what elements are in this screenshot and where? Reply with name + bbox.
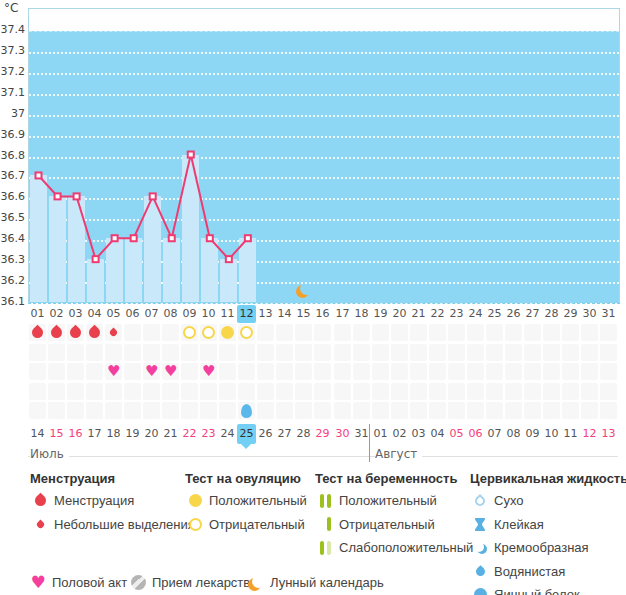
cycle-day-cell[interactable]: 13 <box>256 305 275 323</box>
calendar-date-cell[interactable]: 06 <box>466 424 485 444</box>
calendar-date-cell[interactable]: 15 <box>47 424 66 444</box>
calendar-date-cell[interactable]: 19 <box>123 424 142 444</box>
cycle-day-cell[interactable]: 31 <box>599 305 618 323</box>
cycle-day-cell[interactable]: 16 <box>313 305 332 323</box>
calendar-date-cell[interactable]: 28 <box>294 424 313 444</box>
calendar-date-cell[interactable]: 09 <box>523 424 542 444</box>
calendar-date-cell[interactable]: 11 <box>561 424 580 444</box>
moon-iconbox <box>246 574 266 591</box>
cycle-day-cell[interactable]: 20 <box>390 305 409 323</box>
temperature-point[interactable] <box>112 235 118 241</box>
grid-cell <box>334 344 351 361</box>
cycle-day-cell[interactable]: 24 <box>466 305 485 323</box>
cycle-day-cell[interactable]: 11 <box>218 305 237 323</box>
temperature-point[interactable] <box>226 256 232 262</box>
grid-cell <box>524 344 541 361</box>
cycle-day-cell[interactable]: 07 <box>142 305 161 323</box>
cycle-day-cell[interactable]: 21 <box>409 305 428 323</box>
legend-item: ♥Половой акт <box>28 574 127 591</box>
temperature-point[interactable] <box>93 256 99 262</box>
grid-cell <box>314 402 331 419</box>
calendar-date-cell[interactable]: 22 <box>180 424 199 444</box>
calendar-date-cell[interactable]: 12 <box>580 424 599 444</box>
grid-cell <box>543 363 560 380</box>
calendar-date-cell[interactable]: 10 <box>542 424 561 444</box>
calendar-date-cell[interactable]: 17 <box>85 424 104 444</box>
temperature-point[interactable] <box>169 235 175 241</box>
cycle-day-cell[interactable]: 09 <box>180 305 199 323</box>
grid-cell <box>429 324 446 341</box>
grid-cell <box>467 363 484 380</box>
menstruation-marker <box>49 325 65 341</box>
calendar-date-cell[interactable]: 24 <box>218 424 237 444</box>
menstruation-drop-icon <box>87 325 103 341</box>
temperature-point[interactable] <box>207 235 213 241</box>
calendar-date-cell[interactable]: 21 <box>161 424 180 444</box>
calendar-date-cell[interactable]: 07 <box>485 424 504 444</box>
grid-cell <box>276 363 293 380</box>
calendar-date-cell[interactable]: 30 <box>333 424 352 444</box>
test-bar <box>320 494 324 508</box>
cycle-day-cell[interactable]: 23 <box>447 305 466 323</box>
cycle-day-cell[interactable]: 15 <box>294 305 313 323</box>
calendar-date-cell[interactable]: 29 <box>313 424 332 444</box>
calendar-date-cell[interactable]: 14 <box>28 424 47 444</box>
temperature-point[interactable] <box>188 152 194 158</box>
calendar-date-cell[interactable]: 05 <box>447 424 466 444</box>
calendar-date-cell[interactable]: 23 <box>199 424 218 444</box>
cycle-day-cell[interactable]: 02 <box>47 305 66 323</box>
grid-cell <box>162 324 179 341</box>
cycle-day-cell[interactable]: 17 <box>333 305 352 323</box>
cycle-day-cell[interactable]: 10 <box>199 305 218 323</box>
cycle-day-cell[interactable]: 25 <box>485 305 504 323</box>
cycle-day-cell[interactable]: 12 <box>237 305 256 323</box>
cycle-day-cell[interactable]: 05 <box>104 305 123 323</box>
menstruation-drop-icon <box>30 325 46 341</box>
cycle-day-cell[interactable]: 29 <box>561 305 580 323</box>
calendar-date-cell[interactable]: 20 <box>142 424 161 444</box>
calendar-date-cell[interactable]: 16 <box>66 424 85 444</box>
temperature-point[interactable] <box>131 235 137 241</box>
calendar-date-cell[interactable]: 25 <box>237 424 256 444</box>
calendar-date-cell[interactable]: 01 <box>371 424 390 444</box>
grid-cell <box>219 402 236 419</box>
calendar-date-cell[interactable]: 02 <box>390 424 409 444</box>
calendar-date-cell[interactable]: 08 <box>504 424 523 444</box>
grid-cell <box>562 363 579 380</box>
temperature-point[interactable] <box>36 172 42 178</box>
calendar-date-cell[interactable]: 04 <box>428 424 447 444</box>
grid-cell <box>200 344 217 361</box>
cycle-day-cell[interactable]: 08 <box>161 305 180 323</box>
y-axis-tick-label: 36.5 <box>0 211 25 224</box>
cycle-day-cell[interactable]: 28 <box>542 305 561 323</box>
cycle-day-cell[interactable]: 03 <box>66 305 85 323</box>
calendar-date-cell[interactable]: 03 <box>409 424 428 444</box>
ovulation-test-marker <box>240 326 254 340</box>
calendar-date-cell[interactable]: 27 <box>275 424 294 444</box>
cycle-day-cell[interactable]: 19 <box>371 305 390 323</box>
cycle-day-cell[interactable]: 01 <box>28 305 47 323</box>
cycle-day-cell[interactable]: 18 <box>352 305 371 323</box>
cycle-day-cell[interactable]: 06 <box>123 305 142 323</box>
calendar-date-cell[interactable]: 13 <box>599 424 618 444</box>
cycle-day-cell[interactable]: 14 <box>275 305 294 323</box>
cycle-day-cell[interactable]: 30 <box>580 305 599 323</box>
temperature-point[interactable] <box>245 235 251 241</box>
grid-cell <box>562 324 579 341</box>
cycle-day-cell[interactable]: 04 <box>85 305 104 323</box>
cycle-day-cell[interactable]: 26 <box>504 305 523 323</box>
grid-cell <box>67 383 84 400</box>
grid-cell <box>391 383 408 400</box>
temperature-point[interactable] <box>74 193 80 199</box>
legend-item: Лунный календарь <box>246 574 384 591</box>
temperature-point[interactable] <box>150 193 156 199</box>
pregnancy-negative-iconbox <box>315 516 335 533</box>
temperature-point[interactable] <box>55 193 61 199</box>
grid-cell <box>467 383 484 400</box>
calendar-date-cell[interactable]: 18 <box>104 424 123 444</box>
menstruation-drop-icon <box>49 325 65 341</box>
grid-cell <box>410 324 427 341</box>
calendar-date-cell[interactable]: 26 <box>256 424 275 444</box>
cycle-day-cell[interactable]: 27 <box>523 305 542 323</box>
cycle-day-cell[interactable]: 22 <box>428 305 447 323</box>
